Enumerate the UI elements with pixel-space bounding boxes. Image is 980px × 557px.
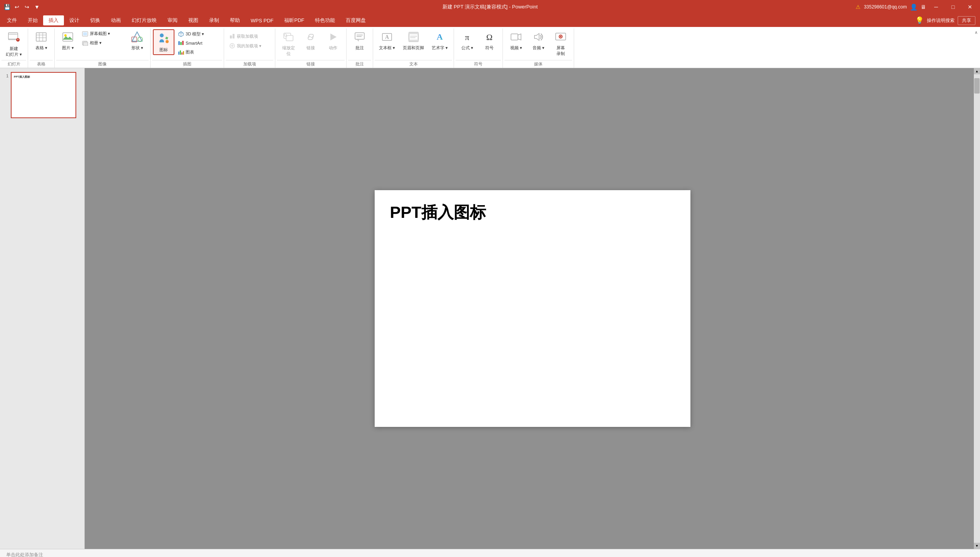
redo-icon[interactable]: ↪ <box>23 3 31 11</box>
audio-label: 音频 ▾ <box>533 45 544 51</box>
addins-group-label: 加载项 <box>226 60 273 68</box>
icons-button[interactable]: 图标 <box>153 29 174 55</box>
user-email[interactable]: 335298601@qq.com <box>864 4 907 10</box>
scroll-up-button[interactable]: ▲ <box>974 68 980 74</box>
my-addins-button[interactable]: 我的加载项 ▾ <box>226 41 273 50</box>
menu-insert[interactable]: 插入 <box>43 15 64 25</box>
comment-button[interactable]: 批注 <box>349 29 370 53</box>
svg-text:A: A <box>385 34 389 40</box>
slide-canvas[interactable]: PPT插入图标 <box>375 190 690 427</box>
action-icon <box>327 31 339 44</box>
zoom-position-button[interactable]: 缩放定位 <box>278 29 299 59</box>
search-field[interactable]: 操作说明搜索 <box>927 17 955 24</box>
menu-special[interactable]: 特色功能 <box>310 15 340 25</box>
title-bar-right: ⚠ 335298601@qq.com 👤 🖥 ─ □ ✕ <box>856 0 977 14</box>
textbox-icon: A <box>381 31 393 44</box>
svg-point-20 <box>160 33 164 37</box>
warning-icon: ⚠ <box>856 4 861 10</box>
header-footer-button[interactable]: 页眉和页脚 <box>399 29 427 53</box>
formula-icon: π <box>461 31 473 44</box>
zoom-icon <box>283 31 294 44</box>
scrollbar-thumb[interactable] <box>974 78 980 94</box>
3d-model-button[interactable]: 3D 模型 ▾ <box>175 29 221 38</box>
notes-area[interactable]: 单击此处添加备注 <box>0 549 980 557</box>
ribbon-group-insert: 图标 3D 模型 ▾ SmartArt 图表 插图 <box>151 28 224 68</box>
slides-group-label: 幻灯片 <box>2 60 26 68</box>
screenshot-button[interactable]: 屏幕截图 ▾ <box>79 29 126 38</box>
menu-baidu[interactable]: 百度网盘 <box>340 15 371 25</box>
menu-design[interactable]: 设计 <box>64 15 85 25</box>
table-label: 表格 ▾ <box>35 45 47 51</box>
table-button[interactable]: 表格 ▾ <box>30 29 52 53</box>
new-slide-button[interactable]: + 新建幻灯片 ▾ <box>2 29 25 59</box>
main-area: 1 PPT插入图标 PPT插入图标 ▲ ▼ <box>0 68 980 549</box>
symbol-button[interactable]: Ω 符号 <box>479 29 500 53</box>
menu-transition[interactable]: 切换 <box>85 15 106 25</box>
svg-rect-30 <box>181 52 183 55</box>
menu-animation[interactable]: 动画 <box>106 15 126 25</box>
svg-marker-58 <box>534 33 539 40</box>
video-button[interactable]: 视频 ▾ <box>505 29 527 53</box>
smartart-button[interactable]: SmartArt <box>175 39 221 47</box>
ribbon-collapse-button[interactable]: ∧ <box>972 28 980 37</box>
share-button[interactable]: 共享 <box>958 16 975 25</box>
svg-text:A: A <box>437 32 443 42</box>
get-addins-button[interactable]: 获取加载项 <box>226 32 273 41</box>
insert-group-label: 插图 <box>152 60 222 68</box>
slide-thumbnail-1[interactable]: 1 PPT插入图标 <box>2 71 83 119</box>
images-group-label: 图像 <box>56 60 149 68</box>
picture-button[interactable]: 图片 ▾ <box>57 29 79 53</box>
menu-record[interactable]: 录制 <box>204 15 224 25</box>
ribbon-group-comments: 批注 批注 <box>347 28 373 68</box>
video-label: 视频 ▾ <box>510 45 522 51</box>
scroll-down-button[interactable]: ▼ <box>974 543 980 549</box>
shapes-button[interactable]: 形状 ▾ <box>126 29 148 53</box>
slide-thumb-image: PPT插入图标 <box>11 72 76 118</box>
ribbon-group-media: 视频 ▾ 音频 ▾ <box>503 28 574 68</box>
ribbon-group-images: 图片 ▾ 屏幕截图 ▾ 相册 ▾ <box>55 28 151 68</box>
title-bar-left: 💾 ↩ ↪ ▼ <box>3 3 41 11</box>
svg-rect-10 <box>63 33 73 41</box>
link-icon <box>305 31 317 44</box>
menu-start[interactable]: 开始 <box>22 15 43 25</box>
action-button[interactable]: 动作 <box>322 29 344 53</box>
audio-button[interactable]: 音频 ▾ <box>528 29 549 53</box>
audio-icon <box>533 31 544 44</box>
header-footer-label: 页眉和页脚 <box>403 45 424 51</box>
menu-view[interactable]: 视图 <box>183 15 204 25</box>
menu-review[interactable]: 审阅 <box>162 15 183 25</box>
restore-button[interactable]: □ <box>946 0 960 14</box>
3d-smartart-chart-group: 3D 模型 ▾ SmartArt 图表 <box>175 29 221 57</box>
svg-rect-29 <box>180 50 181 55</box>
undo-icon[interactable]: ↩ <box>13 3 21 11</box>
link-button[interactable]: 链接 <box>300 29 322 53</box>
screen-record-button[interactable]: 屏幕录制 <box>550 29 571 59</box>
user-avatar-icon[interactable]: 👤 <box>910 3 918 11</box>
menu-wps-pdf[interactable]: WPS PDF <box>245 16 279 25</box>
chart-button[interactable]: 图表 <box>175 48 221 57</box>
search-icon[interactable]: 💡 <box>915 16 924 25</box>
svg-rect-25 <box>178 41 180 45</box>
wordart-button[interactable]: A 艺术字 ▾ <box>428 29 451 53</box>
display-settings-icon[interactable]: 🖥 <box>921 4 926 10</box>
screen-record-icon <box>555 31 566 44</box>
notes-placeholder: 单击此处添加备注 <box>6 552 43 557</box>
menu-foxit-pdf[interactable]: 福昕PDF <box>279 15 310 25</box>
ribbon-group-slides: + 新建幻灯片 ▾ 幻灯片 <box>0 28 28 68</box>
save-icon[interactable]: 💾 <box>3 3 11 11</box>
formula-button[interactable]: π 公式 ▾ <box>456 29 478 53</box>
textbox-button[interactable]: A 文本框 ▾ <box>375 29 399 53</box>
svg-marker-57 <box>518 34 521 40</box>
menu-file[interactable]: 文件 <box>2 15 22 25</box>
menu-help[interactable]: 帮助 <box>224 15 245 25</box>
close-button[interactable]: ✕ <box>963 0 977 14</box>
svg-rect-27 <box>182 41 184 45</box>
svg-rect-14 <box>83 32 87 35</box>
right-scrollbar: ▲ ▼ <box>974 68 980 549</box>
menu-slideshow[interactable]: 幻灯片放映 <box>126 15 162 25</box>
album-button[interactable]: 相册 ▾ <box>79 38 126 47</box>
minimize-button[interactable]: ─ <box>929 0 943 14</box>
customize-icon[interactable]: ▼ <box>33 3 41 11</box>
svg-rect-32 <box>230 35 232 38</box>
comment-icon <box>354 31 365 44</box>
